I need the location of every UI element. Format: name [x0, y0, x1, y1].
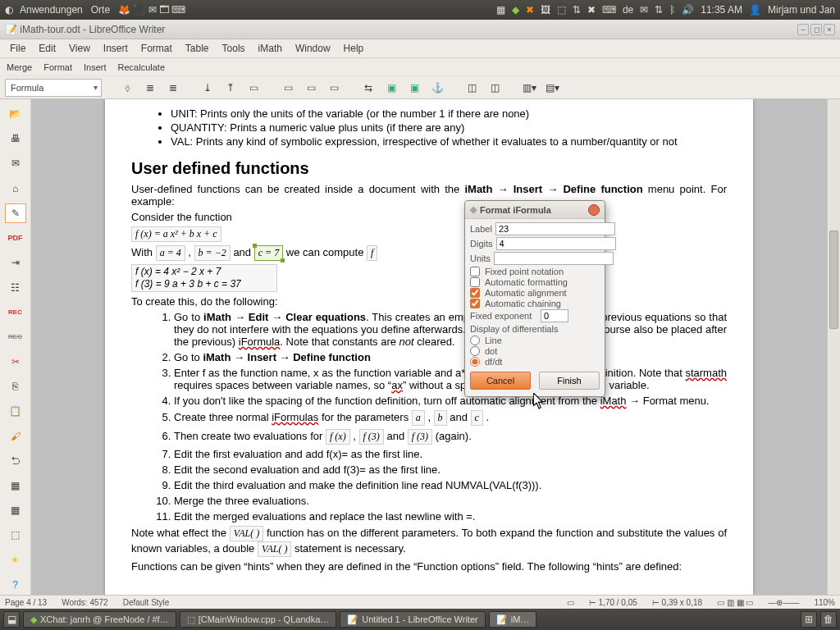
units-input[interactable]	[494, 252, 614, 265]
toolbar-icon[interactable]: ≣	[164, 79, 182, 97]
status-words[interactable]: Words: 4572	[62, 598, 108, 607]
paragraph-style-combo[interactable]: Formula	[5, 79, 102, 97]
sidebar-paste-icon[interactable]: 📋	[5, 401, 26, 421]
imath-format[interactable]: Format	[43, 62, 72, 72]
tray-icon[interactable]: ✖	[587, 4, 596, 16]
mail-icon[interactable]: ✉	[640, 4, 648, 16]
user-icon[interactable]: 👤	[749, 4, 761, 16]
taskbar-entry-active[interactable]: 📝iM…	[489, 611, 537, 628]
cancel-button[interactable]: Cancel	[470, 372, 531, 390]
sidebar-print-icon[interactable]: 🖶	[5, 129, 26, 148]
menu-tools[interactable]: Tools	[216, 40, 252, 57]
sidebar-copy-icon[interactable]: ⎘	[5, 377, 26, 396]
sidebar-edit-icon[interactable]: ✎	[5, 203, 26, 223]
toolbar-icon[interactable]: ▭	[325, 79, 343, 97]
panel-app-icons[interactable]: 🦊 ⬛ ✉ 🗔 ⌨	[118, 4, 185, 16]
wrap-icon[interactable]: ▣	[382, 79, 400, 97]
status-style[interactable]: Default Style	[123, 598, 170, 607]
auto-formatting-checkbox[interactable]	[470, 277, 480, 287]
auto-chaining-checkbox[interactable]	[470, 299, 480, 308]
equation-box[interactable]: f (x) = 4 x² − 2 x + 7f (3) = 9 a + 3 b …	[131, 264, 277, 292]
user-menu[interactable]: Mirjam und Jan	[768, 4, 835, 16]
show-desktop-icon[interactable]: ⬓	[3, 611, 20, 628]
menu-insert[interactable]: Insert	[97, 40, 135, 57]
menu-imath[interactable]: iMath	[252, 40, 289, 57]
ubuntu-icon[interactable]: ◐	[5, 4, 13, 16]
toolbar-icon[interactable]: ⤓	[199, 79, 217, 97]
menu-edit[interactable]: Edit	[32, 40, 62, 57]
menu-file[interactable]: File	[3, 40, 32, 57]
menu-help[interactable]: Help	[337, 40, 371, 57]
menu-table[interactable]: Table	[179, 40, 216, 57]
sidebar-icon[interactable]: ⬚	[5, 525, 26, 545]
sidebar-home-icon[interactable]: ⌂	[5, 179, 26, 199]
taskbar-entry[interactable]: 📝Untitled 1 - LibreOffice Writer	[340, 611, 485, 628]
wrap-icon[interactable]: ▣	[405, 79, 423, 97]
sidebar-icon[interactable]: ⮌	[5, 451, 26, 471]
fixed-exponent-input[interactable]	[541, 309, 568, 322]
sidebar-brush-icon[interactable]: 🖌	[5, 427, 26, 446]
document-viewport[interactable]: UNIT: Prints only the units of the varia…	[31, 99, 827, 595]
tray-icon[interactable]: ◆	[512, 4, 519, 16]
toolbar-icon[interactable]: ▭	[302, 79, 320, 97]
format-iformula-dialog[interactable]: ◆ Format iFormula Label Digits Units Fix…	[464, 200, 605, 397]
toolbar-icon[interactable]: ◫	[463, 79, 481, 97]
status-page[interactable]: Page 4 / 13	[5, 598, 47, 607]
selected-equation-box[interactable]: c = 7	[254, 245, 283, 261]
toolbar-icon[interactable]: ▥▾	[520, 79, 538, 97]
status-view-icon[interactable]: ▭	[567, 598, 574, 607]
menu-format[interactable]: Format	[135, 40, 179, 57]
menu-view[interactable]: View	[62, 40, 97, 57]
tray-icon[interactable]: ✖	[526, 4, 534, 16]
network-icon[interactable]: ⇅	[655, 4, 663, 16]
toolbar-icon[interactable]: ▭	[244, 79, 262, 97]
volume-icon[interactable]: 🔊	[682, 4, 694, 16]
sidebar-icon[interactable]: ☀	[5, 550, 26, 570]
sidebar-pdf-icon[interactable]: PDF	[5, 228, 26, 248]
tray-icon[interactable]: ▦	[496, 4, 505, 16]
equation-box[interactable]: b = −2	[194, 245, 231, 261]
auto-alignment-checkbox[interactable]	[470, 288, 480, 298]
diff-dot-radio[interactable]	[470, 346, 480, 356]
tray-icon[interactable]: ⬚	[557, 4, 566, 16]
fixed-point-checkbox[interactable]	[470, 267, 480, 276]
equation-box[interactable]: f (x) = a x² + b x + c	[131, 226, 221, 242]
diff-line-radio[interactable]	[470, 336, 480, 345]
taskbar-entry[interactable]: ◆XChat: janrh @ FreeNode / #f…	[23, 611, 176, 628]
tray-icon[interactable]: ⌨	[602, 4, 616, 16]
status-zoom-slider[interactable]: —⊕——	[768, 598, 799, 607]
toolbar-icon[interactable]: ⤒	[221, 79, 240, 97]
sidebar-cut-icon[interactable]: ✂	[5, 352, 26, 372]
imath-recalculate[interactable]: Recalculate	[118, 62, 165, 72]
tray-icon[interactable]: 🖼	[541, 4, 550, 16]
toolbar-icon[interactable]: ≣	[141, 79, 159, 97]
sidebar-icon[interactable]: ▦	[5, 500, 26, 520]
digits-input[interactable]	[496, 237, 616, 250]
toolbar-icon[interactable]: ▤▾	[543, 79, 561, 97]
workspace-switcher[interactable]: ⊞	[801, 611, 817, 628]
status-zoom[interactable]: 110%	[814, 598, 835, 607]
dialog-close-icon[interactable]	[588, 204, 600, 216]
equation-box[interactable]: f	[367, 245, 377, 261]
vertical-scrollbar[interactable]	[827, 99, 840, 595]
toolbar-icon[interactable]: ▭	[279, 79, 297, 97]
equation-box[interactable]: a = 4	[156, 245, 185, 261]
taskbar-entry[interactable]: ⬚[CMainWindow.cpp - QLandka…	[180, 611, 337, 628]
places-menu[interactable]: Orte	[91, 4, 110, 16]
toolbar-icon[interactable]: ⇆	[359, 79, 377, 97]
diff-dfdt-radio[interactable]	[470, 357, 480, 367]
applications-menu[interactable]: Anwendungen	[20, 4, 83, 16]
tray-icon[interactable]: ⇅	[573, 4, 581, 16]
sidebar-mail-icon[interactable]: ✉	[5, 153, 26, 173]
dialog-titlebar[interactable]: ◆ Format iFormula	[465, 201, 605, 219]
window-close[interactable]: ×	[824, 24, 835, 35]
sidebar-icon[interactable]: ▦	[5, 476, 26, 495]
window-maximize[interactable]: ◻	[810, 24, 822, 35]
sidebar-rec-icon[interactable]: REC	[5, 303, 26, 322]
clock[interactable]: 11:35 AM	[701, 4, 742, 16]
toolbar-icon[interactable]: ⎀	[118, 79, 136, 97]
trash-icon[interactable]: 🗑	[820, 611, 837, 628]
window-titlebar[interactable]: 📝 iMath-tour.odt - LibreOffice Writer – …	[0, 20, 840, 39]
anchor-icon[interactable]: ⚓	[428, 79, 446, 97]
sidebar-rec-off-icon[interactable]: REC	[5, 327, 26, 347]
